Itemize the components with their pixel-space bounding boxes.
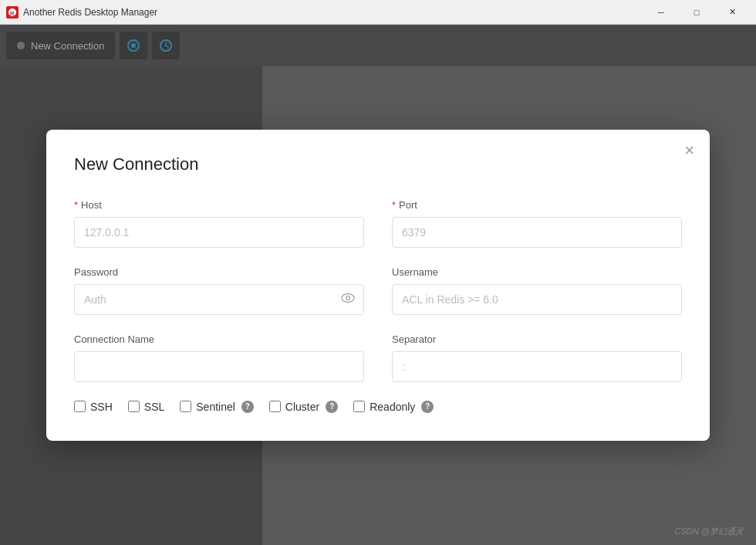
host-label: *Host	[74, 199, 364, 211]
password-input-wrap	[74, 284, 364, 315]
host-group: *Host	[74, 199, 364, 248]
port-input-wrap	[392, 217, 682, 248]
host-required-star: *	[74, 199, 78, 211]
close-button[interactable]: ✕	[714, 0, 750, 25]
password-username-row: Password Username	[74, 266, 682, 315]
port-input[interactable]	[392, 217, 682, 248]
dialog-title: New Connection	[74, 154, 682, 174]
username-group: Username	[392, 266, 682, 315]
cluster-help-icon[interactable]: ?	[326, 401, 338, 413]
maximize-button[interactable]: □	[679, 0, 714, 25]
connection-name-input[interactable]	[74, 351, 364, 382]
app-title: Another Redis Desktop Manager	[23, 7, 643, 18]
separator-label: Separator	[392, 333, 682, 345]
separator-group: Separator	[392, 333, 682, 382]
svg-text:R: R	[10, 9, 15, 16]
ssl-checkbox[interactable]	[128, 401, 140, 412]
readonly-checkbox-item[interactable]: Readonly ?	[353, 401, 434, 413]
connection-name-label: Connection Name	[74, 333, 364, 345]
password-input[interactable]	[74, 284, 364, 315]
new-connection-dialog: New Connection × *Host *Port	[46, 130, 710, 441]
port-label: *Port	[392, 199, 682, 211]
cluster-checkbox-item[interactable]: Cluster ?	[269, 401, 338, 413]
minimize-button[interactable]: ─	[643, 0, 679, 25]
ssh-checkbox[interactable]	[74, 401, 86, 412]
ssl-label: SSL	[144, 401, 164, 413]
separator-input-wrap	[392, 351, 682, 382]
connection-name-input-wrap	[74, 351, 364, 382]
ssl-checkbox-item[interactable]: SSL	[128, 401, 164, 413]
password-label: Password	[74, 266, 364, 278]
host-input-wrap	[74, 217, 364, 248]
port-required-star: *	[392, 199, 396, 211]
name-separator-row: Connection Name Separator	[74, 333, 682, 382]
svg-point-7	[342, 293, 354, 302]
title-bar: R Another Redis Desktop Manager ─ □ ✕	[0, 0, 756, 25]
sentinel-checkbox-item[interactable]: Sentinel ?	[180, 401, 254, 413]
password-group: Password	[74, 266, 364, 315]
app-body: New Connection New Connection ×	[0, 25, 756, 545]
app-icon: R	[6, 6, 19, 19]
separator-input[interactable]	[392, 351, 682, 382]
sentinel-label: Sentinel	[196, 401, 235, 413]
host-input[interactable]	[74, 217, 364, 248]
sentinel-help-icon[interactable]: ?	[241, 401, 254, 413]
host-port-row: *Host *Port	[74, 199, 682, 248]
dialog-close-button[interactable]: ×	[684, 142, 694, 159]
ssh-checkbox-item[interactable]: SSH	[74, 401, 113, 413]
toggle-password-icon[interactable]	[341, 293, 355, 306]
username-label: Username	[392, 266, 682, 278]
cluster-checkbox[interactable]	[269, 401, 281, 412]
modal-overlay: New Connection × *Host *Port	[0, 25, 756, 545]
window-controls: ─ □ ✕	[643, 0, 750, 25]
sentinel-checkbox[interactable]	[180, 401, 191, 412]
svg-point-8	[346, 296, 350, 300]
readonly-checkbox[interactable]	[353, 401, 365, 412]
checkboxes-row: SSH SSL Sentinel ? Cluster ?	[74, 401, 682, 413]
connection-name-group: Connection Name	[74, 333, 364, 382]
port-group: *Port	[392, 199, 682, 248]
username-input[interactable]	[392, 284, 682, 315]
cluster-label: Cluster	[285, 401, 319, 413]
readonly-help-icon[interactable]: ?	[421, 401, 434, 413]
username-input-wrap	[392, 284, 682, 315]
ssh-label: SSH	[90, 401, 113, 413]
readonly-label: Readonly	[370, 401, 415, 413]
